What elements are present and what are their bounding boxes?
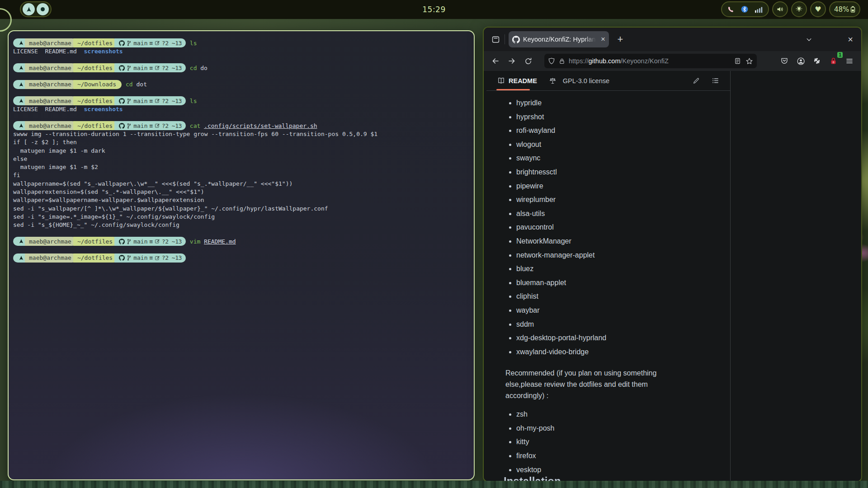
urlbar-actions: [734, 57, 753, 65]
prompt-pill: maeb@archmae~/dotfilesmain≡?2 ~13: [13, 253, 186, 263]
tab-readme[interactable]: README: [509, 77, 537, 84]
prompt-pill: maeb@archmae~/Downloads: [13, 80, 122, 89]
battery-module[interactable]: 48%: [829, 1, 860, 17]
favorites-button[interactable]: ♥: [810, 1, 826, 17]
list-item: waybar: [516, 304, 730, 318]
reader-mode-icon[interactable]: [734, 57, 741, 65]
command-text: cd: [126, 81, 133, 88]
url-bar[interactable]: https://github.com/Keyoonz/KonfiZ: [544, 54, 757, 68]
output-text: else: [13, 155, 27, 162]
readme-pane: README GPL-3.0 license hypridlehypr: [486, 71, 731, 481]
list-tabs-chevron-icon[interactable]: [802, 32, 816, 47]
tab-bar: Keyoonz/KonfiZ: Hyprland × + ×: [484, 28, 861, 51]
adblocker-badge: 1: [837, 52, 843, 58]
adblocker-icon[interactable]: 0 1: [826, 54, 840, 68]
new-tab-button[interactable]: +: [613, 33, 627, 46]
account-icon[interactable]: [793, 54, 808, 68]
tab-github[interactable]: Keyoonz/KonfiZ: Hyprland ×: [509, 31, 609, 47]
bluetooth-icon[interactable]: [741, 5, 748, 13]
forward-button[interactable]: [505, 54, 519, 68]
git-edit-icon: [155, 123, 160, 128]
list-item: xdg-desktop-portal-hyprland: [516, 331, 730, 345]
signal-strength-icon[interactable]: [755, 6, 763, 13]
active-tab-underline: [496, 89, 530, 90]
list-item: hypridle: [516, 96, 730, 110]
volume-button[interactable]: [772, 1, 788, 17]
command-text: ls: [190, 98, 197, 104]
github-icon: [119, 65, 125, 71]
page-content: README GPL-3.0 license hypridlehypr: [484, 71, 861, 481]
prompt-git-segment: main≡?2 ~13: [114, 253, 186, 263]
prompt-user: maeb@archmae: [25, 63, 77, 72]
github-icon: [119, 123, 125, 129]
terminal-prompt-line: maeb@archmae~/dotfilesmain≡?2 ~13: [13, 254, 469, 262]
installation-heading: Installation: [504, 475, 561, 482]
git-branch-icon: [127, 255, 132, 261]
command-text: vim: [190, 238, 200, 245]
edit-pencil-icon[interactable]: [693, 77, 700, 84]
system-tray[interactable]: [721, 1, 769, 17]
reload-button[interactable]: [521, 54, 535, 68]
git-branch-icon: [127, 40, 132, 46]
desktop: 15:29 ♥ 48%: [0, 0, 868, 488]
outline-list-icon[interactable]: [712, 77, 719, 84]
terminal-output-line: swww img --transition-duration 1 --trans…: [13, 130, 469, 138]
list-item: pavucontrol: [516, 221, 730, 235]
window-close-icon[interactable]: ×: [843, 32, 858, 47]
output-text: sed -i "s_${HOME}_~_" ~/.config/swaylock…: [13, 221, 179, 228]
git-edit-icon: [155, 255, 160, 261]
command-text: cd: [190, 65, 197, 71]
output-text: wallpaperextension=$(sed "s_.*-wallpaper…: [13, 188, 204, 195]
output-text: matugen image $1 -m dark: [13, 147, 105, 154]
terminal-prompt-line: maeb@archmae~/dotfilesmain≡?2 ~13ls: [13, 97, 469, 105]
firefox-view-button[interactable]: [488, 32, 503, 47]
terminal-output-line: [13, 229, 469, 237]
back-button[interactable]: [488, 54, 503, 68]
pocket-icon[interactable]: [777, 54, 792, 68]
status-bar: 15:29 ♥ 48%: [0, 0, 868, 19]
list-item: NetworkManager: [516, 235, 730, 249]
bookmark-star-icon[interactable]: [745, 57, 753, 65]
terminal-output-line: fi: [13, 171, 469, 179]
extensions-puzzle-icon[interactable]: [810, 54, 824, 68]
prompt-git-segment: main≡?2 ~13: [114, 121, 186, 130]
output-text: if [ -z $2 ]; then: [13, 139, 77, 145]
git-branch-icon: [127, 65, 132, 71]
lock-icon: [559, 58, 565, 65]
shield-icon: [548, 57, 555, 65]
brightness-button[interactable]: [791, 1, 807, 17]
battery-icon: [850, 6, 855, 13]
list-item: blueman-applet: [516, 276, 730, 290]
tab-license[interactable]: GPL-3.0 license: [563, 77, 609, 84]
terminal-output-line: if [ -z $2 ]; then: [13, 138, 469, 146]
list-item: wlogout: [516, 138, 730, 152]
terminal-output-line: matugen image $1 -m dark: [13, 146, 469, 155]
list-item: firefox: [516, 449, 730, 463]
prompt-user: maeb@archmae: [25, 253, 77, 263]
license-scale-icon: [549, 77, 557, 84]
prompt-dir: ~/dotfiles: [73, 63, 118, 72]
git-branch-icon: [127, 123, 132, 129]
firefox-window: Keyoonz/KonfiZ: Hyprland × + ×: [483, 27, 862, 482]
phone-icon[interactable]: [727, 6, 734, 13]
svg-text:0: 0: [832, 61, 834, 64]
terminal-prompt-line: maeb@archmae~/Downloadscd dot: [13, 80, 469, 88]
prompt-dir: ~/dotfiles: [73, 253, 118, 263]
terminal-output-line: sed -i "s_${HOME}_~_" ~/.config/swaylock…: [13, 221, 469, 229]
prompt-user: maeb@archmae: [25, 96, 77, 105]
prompt-pill: maeb@archmae~/dotfilesmain≡?2 ~13: [13, 63, 186, 72]
command-text: cat: [190, 122, 200, 129]
prompt-dir: ~/dotfiles: [73, 96, 118, 105]
readme-header: README GPL-3.0 license: [486, 71, 730, 91]
command-text: [200, 238, 204, 245]
terminal-window[interactable]: maeb@archmae~/dotfilesmain≡?2 ~13lsLICEN…: [8, 30, 475, 480]
tab-close-icon[interactable]: ×: [601, 35, 605, 44]
github-icon: [119, 40, 125, 46]
menu-hamburger-icon[interactable]: [842, 54, 857, 68]
git-branch-icon: [127, 239, 132, 244]
prompt-pill: maeb@archmae~/dotfilesmain≡?2 ~13: [13, 237, 186, 246]
speaker-icon: [776, 5, 784, 13]
prompt-dir: ~/Downloads: [73, 80, 122, 89]
output-text: wallpapername=$(sed "s_-wallpaper\.\w*__…: [13, 180, 292, 187]
list-item: rofi-wayland: [516, 124, 730, 138]
